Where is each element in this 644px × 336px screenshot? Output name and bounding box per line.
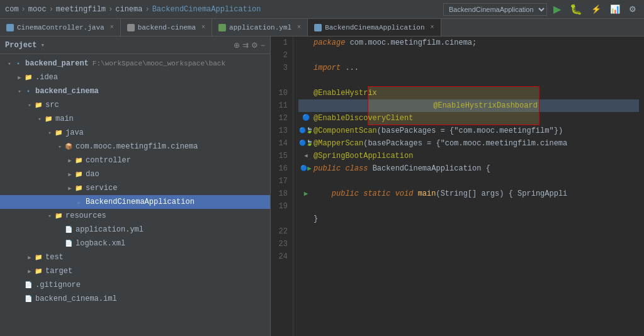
- sync-button[interactable]: ⊕: [234, 41, 240, 50]
- folder-icon: 📁: [34, 101, 43, 109]
- gear-icon[interactable]: ⚙: [251, 41, 258, 50]
- tab-close-icon[interactable]: ×: [110, 24, 114, 31]
- code-line-16: ◀ @SpringBootApplication: [298, 150, 639, 162]
- expand-arrow[interactable]: ▾: [35, 115, 44, 123]
- tree-item-backend-cinema-app[interactable]: ▶ ☕ BackendCinemaApplication: [0, 195, 270, 209]
- tree-item-package[interactable]: ▾ 📦 com.mooc.meetingfilm.cinema: [0, 140, 270, 154]
- run-gutter-icon-main[interactable]: ▶: [304, 188, 308, 200]
- tab-cinema-controller[interactable]: CinemaController.java ×: [0, 19, 121, 36]
- expand-arrow[interactable]: ▶: [15, 73, 24, 82]
- tab-bar: CinemaController.java × backend-cinema ×…: [0, 19, 644, 36]
- tab-close-icon[interactable]: ×: [431, 24, 434, 31]
- tree-item-test[interactable]: ▶ 📁 test: [0, 250, 270, 264]
- profile-button[interactable]: 📊: [607, 3, 623, 15]
- tree-item-controller[interactable]: ▶ 📁 controller: [0, 154, 270, 167]
- bc-mooc[interactable]: mooc: [28, 5, 47, 14]
- code-line-24: [298, 225, 639, 238]
- java-file-icon-active: [314, 24, 322, 31]
- bc-class[interactable]: BackendCinemaApplication: [152, 5, 261, 14]
- expand-arrow[interactable]: ▾: [25, 101, 34, 109]
- tree-item-target[interactable]: ▶ 📁 target: [0, 264, 270, 278]
- tree-item-backend-cinema[interactable]: ▾ ▪ backend_cinema: [0, 84, 270, 98]
- sidebar-header: Project ▾ ⊕ ⇉ ⚙ −: [0, 36, 270, 54]
- code-line-23: }: [298, 213, 639, 225]
- bc-com[interactable]: com: [5, 5, 19, 14]
- code-line-14: 🔵🍃 @ComponentScan(basePackages = {"com.m…: [298, 125, 639, 137]
- tab-close-icon[interactable]: ×: [297, 24, 301, 31]
- tab-backend-cinema-app[interactable]: BackendCinemaApplication ×: [308, 19, 441, 36]
- tab-label: BackendCinemaApplication: [325, 24, 424, 31]
- run-gutter-icon[interactable]: ▶: [307, 162, 312, 175]
- expand-arrow[interactable]: ▾: [45, 211, 54, 220]
- folder-icon: 📁: [24, 73, 33, 82]
- toolbar-right: BackendCinemaApplication ▶ 🐛 ⚡ 📊 ⚙: [443, 2, 639, 16]
- expand-arrow[interactable]: ▶: [65, 170, 74, 179]
- tree-item-dao[interactable]: ▶ 📁 dao: [0, 167, 270, 181]
- folder-icon: 📁: [44, 115, 53, 123]
- tree-label: com.mooc.meetingfilm.cinema: [76, 142, 198, 151]
- tree-item-iml[interactable]: ▶ 📄 backend_cinema.iml: [0, 292, 270, 306]
- tab-backend-cinema[interactable]: backend-cinema ×: [121, 19, 212, 36]
- expand-arrow[interactable]: ▾: [5, 59, 14, 68]
- minimize-button[interactable]: −: [261, 41, 265, 50]
- tab-close-icon[interactable]: ×: [201, 24, 205, 31]
- tree-item-application-yml[interactable]: ▶ 📄 application.yml: [0, 223, 270, 237]
- code-line-2: [298, 49, 639, 62]
- yaml-file-icon: 📄: [64, 225, 73, 234]
- tree-item-main[interactable]: ▾ 📁 main: [0, 112, 270, 126]
- expand-arrow[interactable]: ▾: [15, 87, 24, 96]
- tab-label: backend-cinema: [138, 24, 196, 31]
- tree-item-java[interactable]: ▾ 📁 java: [0, 126, 270, 140]
- expand-arrow[interactable]: ▶: [25, 267, 34, 276]
- tree-label: main: [55, 115, 74, 123]
- module-icon: ▪: [14, 59, 23, 68]
- expand-arrow[interactable]: ▶: [25, 253, 34, 262]
- coverage-button[interactable]: ⚡: [589, 3, 604, 15]
- sidebar-tree: ▾ ▪ backend_parent F:\workSpace\mooc_wor…: [0, 54, 270, 336]
- gutter-icon-17[interactable]: 🔵: [300, 162, 307, 175]
- breadcrumb: com › mooc › meetingfilm › cinema › Back…: [5, 5, 261, 14]
- bc-cinema[interactable]: cinema: [115, 5, 142, 14]
- tree-path: F:\workSpace\mooc_workspace\back: [93, 60, 225, 67]
- tree-label: .gitignore: [35, 281, 81, 289]
- tree-item-gitignore[interactable]: ▶ 📄 .gitignore: [0, 278, 270, 292]
- tree-label: BackendCinemaApplication: [86, 198, 195, 206]
- tree-item-service[interactable]: ▶ 📁 service: [0, 181, 270, 195]
- module-icon: ▪: [24, 87, 33, 96]
- tree-item-resources[interactable]: ▾ 📁 resources: [0, 209, 270, 223]
- expand-arrow[interactable]: ▶: [65, 184, 74, 193]
- code-container: 1 2 3 10 11 12 13 14 15 16 17 18 19 22 2…: [271, 36, 644, 336]
- tree-label: service: [86, 184, 117, 193]
- run-button[interactable]: ▶: [551, 2, 563, 16]
- expand-arrow[interactable]: ▶: [65, 156, 74, 165]
- tab-application-yml[interactable]: application.yml ×: [212, 19, 308, 36]
- bc-meetingfilm[interactable]: meetingfilm: [56, 5, 106, 14]
- debug-button[interactable]: 🐛: [567, 2, 585, 16]
- expand-arrow[interactable]: ▾: [55, 142, 64, 151]
- git-file-icon: 📄: [24, 281, 33, 289]
- java-file-icon: ☕: [74, 198, 83, 206]
- tree-item-idea[interactable]: ▶ 📁 .idea: [0, 70, 270, 84]
- tree-label: backend_parent: [25, 59, 89, 68]
- code-line-3: import ...: [298, 62, 639, 74]
- code-line-19: ▶ public static void main(String[] args)…: [298, 188, 639, 200]
- editor-area: 1 2 3 10 11 12 13 14 15 16 17 18 19 22 2…: [271, 36, 644, 336]
- tree-item-backend-parent[interactable]: ▾ ▪ backend_parent F:\workSpace\mooc_wor…: [0, 57, 270, 70]
- code-line-22: [298, 200, 639, 213]
- gutter-icon-16[interactable]: ◀: [304, 150, 307, 162]
- annotation-gutter-icon[interactable]: 🔵: [302, 112, 310, 125]
- code-line-18: [298, 175, 639, 188]
- run-config-dropdown[interactable]: BackendCinemaApplication: [443, 3, 547, 16]
- tree-item-src[interactable]: ▾ 📁 src: [0, 98, 270, 112]
- folder-icon: 📁: [34, 253, 43, 262]
- folder-icon: 📁: [74, 170, 83, 179]
- code-content[interactable]: package com.mooc.meetingfilm.cinema; imp…: [293, 36, 644, 336]
- collapse-all-button[interactable]: ⇉: [242, 41, 249, 50]
- code-line-12: @EnableHystrixDashboard: [298, 99, 639, 112]
- expand-arrow[interactable]: ▾: [45, 128, 54, 137]
- gutter-icon-14[interactable]: 🔵🍃: [299, 125, 313, 137]
- settings-button[interactable]: ⚙: [626, 3, 639, 15]
- tree-item-logback-xml[interactable]: ▶ 📄 logback.xml: [0, 237, 270, 250]
- gutter-icon-15[interactable]: 🔵🍃: [299, 137, 313, 150]
- module-icon: [127, 24, 135, 31]
